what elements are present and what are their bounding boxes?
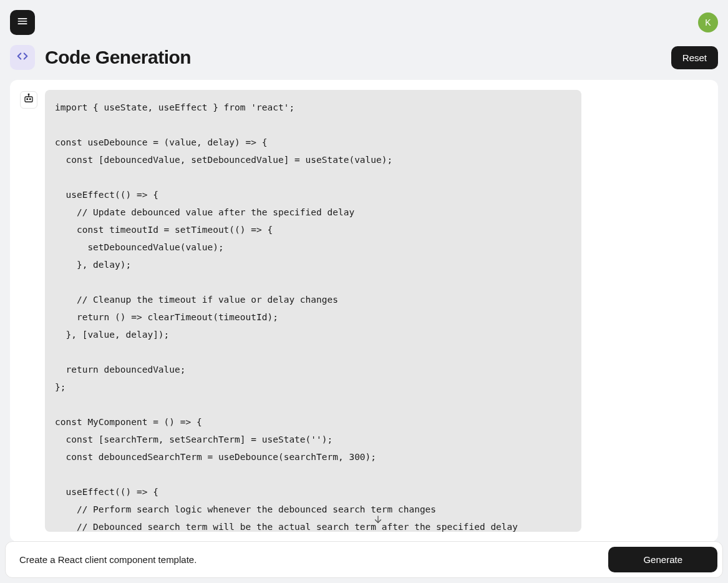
svg-point-6: [27, 99, 28, 100]
bot-badge: [20, 91, 37, 109]
bot-icon: [23, 93, 34, 107]
prompt-input[interactable]: [11, 548, 603, 571]
code-icon: [16, 49, 29, 66]
svg-point-5: [28, 94, 29, 96]
reset-button[interactable]: Reset: [671, 46, 718, 69]
prompt-bar: Generate: [5, 541, 723, 578]
hamburger-icon: [16, 15, 29, 30]
code-icon-box: [10, 45, 35, 70]
menu-button[interactable]: [10, 10, 35, 35]
svg-point-7: [29, 99, 31, 100]
scroll-down-button[interactable]: [371, 513, 386, 528]
page-title: Code Generation: [45, 47, 191, 68]
avatar[interactable]: K: [698, 12, 718, 32]
output-card: import { useState, useEffect } from 'rea…: [10, 80, 718, 542]
code-output: import { useState, useEffect } from 'rea…: [45, 90, 581, 532]
generate-button[interactable]: Generate: [608, 547, 717, 572]
arrow-down-icon: [372, 514, 384, 527]
avatar-initial: K: [705, 17, 711, 27]
svg-rect-3: [25, 97, 32, 102]
